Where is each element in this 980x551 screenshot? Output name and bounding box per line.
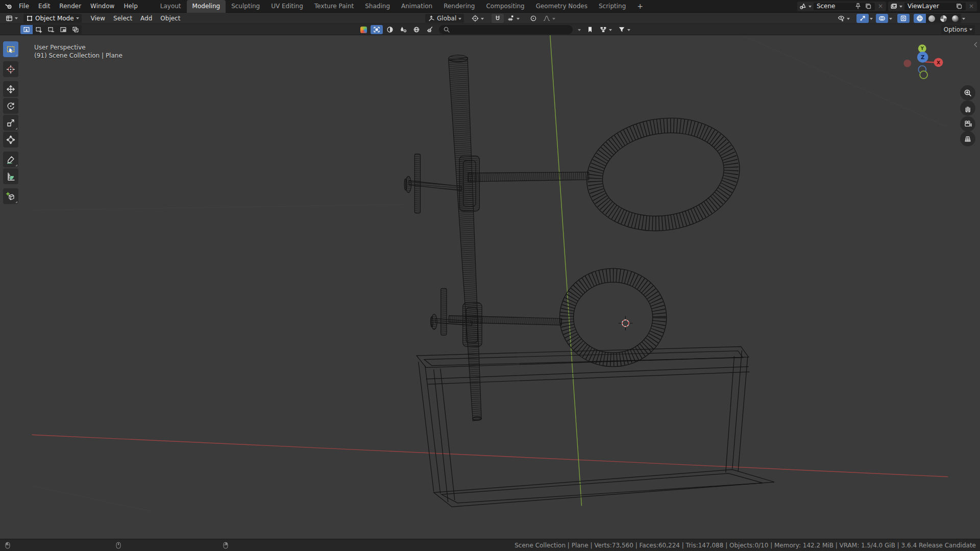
select-mode-invert-button[interactable]	[57, 25, 69, 34]
select-mode-subtract-button[interactable]	[45, 25, 57, 34]
filter-texture-space-button[interactable]	[371, 25, 383, 34]
menu-render[interactable]: Render	[55, 2, 86, 11]
tool-add-cube[interactable]	[3, 188, 18, 204]
tab-modeling[interactable]: Modeling	[187, 0, 226, 13]
tool-rotate[interactable]	[3, 98, 18, 114]
menu-add[interactable]: Add	[136, 14, 156, 23]
object-visibility-dropdown[interactable]	[835, 14, 852, 23]
menu-help[interactable]: Help	[119, 2, 142, 11]
display-mode-dropdown[interactable]	[597, 25, 615, 34]
snap-increment-icon	[507, 15, 514, 22]
tab-geometry-nodes[interactable]: Geometry Nodes	[530, 0, 593, 13]
viewport-canvas[interactable]: Y Z X User Perspective (91) Scene Collec…	[0, 35, 980, 539]
show-overlays-toggle[interactable]	[876, 14, 888, 23]
proportional-editing-toggle[interactable]	[527, 14, 540, 23]
gizmo-axis-y-neg[interactable]	[920, 71, 927, 79]
pan-button[interactable]	[960, 101, 975, 116]
pivot-point-dropdown[interactable]	[469, 14, 486, 23]
filter-particles-button[interactable]	[397, 25, 409, 34]
tab-uv-editing[interactable]: UV Editing	[265, 0, 309, 13]
tab-sculpting[interactable]: Sculpting	[226, 0, 265, 13]
snap-toggle[interactable]	[492, 14, 504, 23]
search-input[interactable]	[439, 25, 573, 34]
active-object-label: (91) Scene Collection | Plane	[34, 52, 122, 59]
tool-move[interactable]	[3, 81, 18, 97]
select-mode-intersect-button[interactable]	[69, 25, 82, 34]
broom-icon	[426, 26, 433, 33]
expand-panel-icon[interactable]	[578, 29, 581, 33]
menu-select[interactable]: Select	[109, 14, 136, 23]
show-gizmo-toggle[interactable]	[856, 14, 869, 23]
tab-layout[interactable]: Layout	[155, 0, 187, 13]
tab-texture-paint[interactable]: Texture Paint	[309, 0, 359, 13]
filter-dropdown[interactable]	[616, 25, 633, 34]
bookmark-icon	[586, 26, 594, 33]
shading-rendered-button[interactable]	[949, 14, 961, 23]
menu-window[interactable]: Window	[86, 2, 119, 11]
tool-select-box[interactable]	[3, 41, 18, 57]
shading-wireframe-button[interactable]	[914, 14, 926, 23]
options-dropdown[interactable]: Options	[941, 25, 975, 34]
unlink-scene-button[interactable]: ×	[877, 3, 884, 10]
filter-world-button[interactable]	[410, 25, 423, 34]
gizmo-dropdown-icon[interactable]	[870, 18, 873, 21]
scene-selector[interactable]: Scene ×	[797, 2, 886, 11]
tool-transform[interactable]	[3, 132, 18, 147]
menu-file[interactable]: File	[14, 2, 34, 11]
subtool-corner	[15, 54, 17, 56]
shading-dropdown-icon[interactable]	[962, 18, 965, 21]
bookmark-button[interactable]	[584, 25, 596, 34]
move-icon	[6, 85, 15, 94]
scene-name-field[interactable]: Scene	[814, 3, 875, 10]
menu-object[interactable]: Object	[156, 14, 184, 23]
zoom-button[interactable]	[960, 85, 975, 101]
proportional-falloff-dropdown[interactable]	[541, 14, 558, 23]
remove-view-layer-button[interactable]: ×	[968, 3, 975, 10]
tab-animation[interactable]: Animation	[396, 0, 438, 13]
filter-shading-button[interactable]	[384, 25, 396, 34]
new-copy-icon[interactable]	[955, 3, 963, 10]
transform-orientation-dropdown[interactable]: Global	[425, 14, 464, 23]
new-copy-icon[interactable]	[865, 3, 872, 10]
chevron-down-icon	[76, 17, 79, 21]
tab-shading[interactable]: Shading	[359, 0, 396, 13]
overlays-dropdown-icon[interactable]	[889, 18, 892, 21]
filter-icosphere-button[interactable]	[358, 25, 370, 34]
menu-view[interactable]: View	[87, 14, 109, 23]
editor-type-button[interactable]	[3, 14, 20, 23]
grid-lines	[32, 35, 948, 512]
gizmo-axis-x-neg[interactable]	[903, 60, 911, 67]
tab-scripting[interactable]: Scripting	[593, 0, 631, 13]
blender-logo-icon[interactable]	[3, 2, 14, 11]
tool-cursor[interactable]	[3, 61, 18, 77]
gizmo-label-y: Y	[920, 46, 924, 51]
tool-annotate[interactable]	[3, 152, 18, 167]
camera-view-button[interactable]	[960, 116, 975, 132]
mode-selector[interactable]: Object Mode	[23, 14, 82, 23]
zoom-icon	[964, 89, 972, 97]
annotate-icon	[6, 155, 15, 164]
view-layer-selector[interactable]: ViewLayer ×	[888, 2, 977, 11]
menu-edit[interactable]: Edit	[34, 2, 55, 11]
select-mode-set-button[interactable]	[20, 25, 33, 34]
sidebar-collapse-icon[interactable]	[973, 42, 978, 47]
select-mode-extend-button[interactable]	[33, 25, 45, 34]
toggle-perspective-button[interactable]	[960, 131, 975, 146]
shading-solid-button[interactable]	[926, 14, 938, 23]
axis-x-line	[32, 435, 948, 477]
filter-cleanup-button[interactable]	[424, 25, 436, 34]
snap-settings-dropdown[interactable]	[505, 14, 522, 23]
tab-compositing[interactable]: Compositing	[480, 0, 530, 13]
navigation-gizmo[interactable]: Y Z X	[903, 44, 943, 79]
add-workspace-button[interactable]: +	[631, 0, 649, 13]
tab-rendering[interactable]: Rendering	[438, 0, 480, 13]
tool-scale[interactable]	[3, 115, 18, 131]
gizmo-label-z: Z	[921, 54, 924, 60]
tool-measure[interactable]	[3, 168, 18, 184]
xray-toggle[interactable]	[897, 14, 910, 23]
axis-y-line	[550, 35, 582, 506]
pin-icon[interactable]	[854, 3, 862, 10]
mode-label: Object Mode	[35, 15, 74, 22]
shading-material-button[interactable]	[938, 14, 949, 23]
view-layer-name-field[interactable]: ViewLayer	[904, 3, 966, 10]
